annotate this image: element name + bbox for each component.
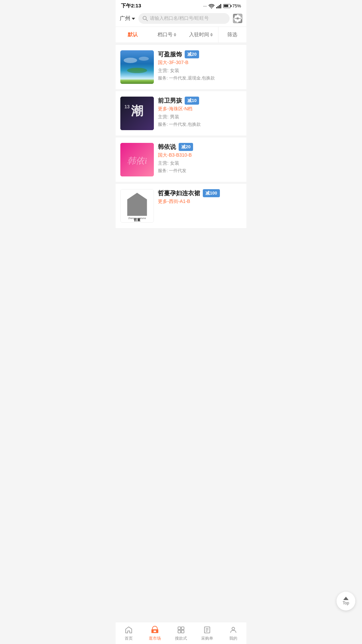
svg-text:13: 13 xyxy=(124,104,130,109)
nav-orders-label: 采购单 xyxy=(201,636,213,641)
shop-thumbnail-3: 韩依i xyxy=(120,143,154,176)
nav-search-style[interactable]: 搜款式 xyxy=(168,622,194,644)
shop-name-row-1: 可盈服饰 减20 xyxy=(158,50,242,58)
header: 广州 请输入档口名/档口号/旺旺号 xyxy=(116,10,246,27)
shop-list: 可盈服饰 减20 国大-3F-307-B 主营: 女装 服务: 一件代发,退现金… xyxy=(116,45,246,257)
shop-thumbnail-4: 哲蔓 Zheman costume xyxy=(120,189,154,223)
shop-service-2: 服务: 一件代发,包换款 xyxy=(158,121,242,127)
shop-location-4: 更多-西街-A1-B xyxy=(158,199,242,205)
nav-search-style-label: 搜款式 xyxy=(175,636,187,641)
sort-join-label: 入驻时间 xyxy=(189,32,209,38)
search-style-icon xyxy=(177,626,185,634)
sort-default[interactable]: 默认 xyxy=(116,27,150,43)
shop-main-2: 主营: 男装 xyxy=(158,114,242,120)
sort-stall-number[interactable]: 档口号 xyxy=(150,27,184,43)
nav-profile[interactable]: 我的 xyxy=(220,622,246,644)
location-selector[interactable]: 广州 xyxy=(120,15,135,22)
scan-button[interactable] xyxy=(233,14,242,23)
shop-service-1: 服务: 一件代发,退现金,包换款 xyxy=(158,75,242,81)
svg-text:潮: 潮 xyxy=(131,104,143,118)
nav-market-label: 逛市场 xyxy=(149,636,161,641)
shop-thumbnail-1 xyxy=(120,50,154,84)
shop-name-4: 哲蔓孕妇连衣裙 xyxy=(158,189,200,197)
search-icon xyxy=(142,16,148,21)
nav-profile-label: 我的 xyxy=(229,636,237,641)
sort-arrows-stall xyxy=(174,33,176,37)
battery-percent: 75% xyxy=(232,3,241,8)
market-icon xyxy=(150,626,159,634)
shop-location-1: 国大-3F-307-B xyxy=(158,60,242,66)
shop-info-4: 哲蔓孕妇连衣裙 减100 更多-西街-A1-B xyxy=(158,189,242,207)
sort-join-time[interactable]: 入驻时间 xyxy=(184,27,218,43)
discount-badge-2: 减10 xyxy=(185,97,199,105)
discount-badge-1: 减20 xyxy=(185,50,199,58)
status-time: 下午2:13 xyxy=(121,3,141,9)
svg-rect-24 xyxy=(178,627,181,630)
shop-main-1: 主营: 女装 xyxy=(158,68,242,74)
svg-rect-0 xyxy=(216,7,217,8)
signal-bars-icon xyxy=(216,4,222,8)
nav-home-label: 首页 xyxy=(125,636,133,641)
svg-rect-7 xyxy=(120,50,154,84)
svg-point-32 xyxy=(232,627,235,630)
shop-thumbnail-2: 潮 13 xyxy=(120,97,154,130)
shop-main-3: 主营: 女装 xyxy=(158,160,242,166)
nav-home[interactable]: 首页 xyxy=(116,622,142,644)
svg-rect-26 xyxy=(178,630,181,633)
orders-icon xyxy=(203,626,212,634)
sort-bar: 默认 档口号 入驻时间 筛选 xyxy=(116,27,246,43)
shop-card-1[interactable]: 可盈服饰 减20 国大-3F-307-B 主营: 女装 服务: 一件代发,退现金… xyxy=(116,45,246,89)
shop-info-1: 可盈服饰 减20 国大-3F-307-B 主营: 女装 服务: 一件代发,退现金… xyxy=(158,50,242,81)
wifi-icon xyxy=(208,4,215,8)
nav-orders[interactable]: 采购单 xyxy=(194,622,220,644)
home-icon xyxy=(124,626,133,634)
bottom-nav: 首页 逛市场 搜款式 xyxy=(116,622,246,644)
shop-card-2[interactable]: 潮 13 前卫男孩 减10 更多-海珠区-N档 主营: 男装 服务: 一件代发,… xyxy=(116,91,246,136)
svg-point-11 xyxy=(139,57,149,61)
status-bar: 下午2:13 ··· 75% xyxy=(116,0,246,10)
svg-rect-1 xyxy=(218,6,219,8)
discount-badge-3: 减20 xyxy=(179,143,193,151)
shop-card-4[interactable]: 哲蔓 Zheman costume 哲蔓孕妇连衣裙 减100 更多-西街-A1-… xyxy=(116,184,246,228)
search-placeholder: 请输入档口名/档口号/旺旺号 xyxy=(150,15,226,21)
shop-card-3[interactable]: 韩依i 韩依说 减20 国大-B3-B310-B 主营: 女装 服务: 一件代发 xyxy=(116,138,246,182)
sort-default-label: 默认 xyxy=(128,32,138,38)
filter-button[interactable]: 筛选 xyxy=(218,27,246,43)
profile-icon xyxy=(229,626,238,634)
svg-text:Zheman costume: Zheman costume xyxy=(128,217,146,219)
svg-point-10 xyxy=(124,58,137,63)
shop-name-1: 可盈服饰 xyxy=(158,50,182,58)
shop-location-3: 国大-B3-B310-B xyxy=(158,152,242,158)
svg-rect-2 xyxy=(219,5,220,8)
search-bar[interactable]: 请输入档口名/档口号/旺旺号 xyxy=(138,13,230,24)
shop-name-row-3: 韩依说 减20 xyxy=(158,143,242,151)
svg-line-5 xyxy=(146,19,148,21)
svg-point-9 xyxy=(130,68,144,71)
svg-rect-3 xyxy=(220,4,221,8)
shop-name-row-4: 哲蔓孕妇连衣裙 减100 xyxy=(158,189,242,197)
shop-info-3: 韩依说 减20 国大-B3-B310-B 主营: 女装 服务: 一件代发 xyxy=(158,143,242,174)
svg-text:韩依i: 韩依i xyxy=(127,156,147,166)
chevron-down-icon xyxy=(132,18,135,20)
shop-info-2: 前卫男孩 减10 更多-海珠区-N档 主营: 男装 服务: 一件代发,包换款 xyxy=(158,97,242,127)
scan-corners-icon xyxy=(234,14,242,22)
shop-name-row-2: 前卫男孩 减10 xyxy=(158,97,242,105)
shop-service-3: 服务: 一件代发 xyxy=(158,168,242,174)
sort-stall-label: 档口号 xyxy=(158,32,173,38)
signal-dots-icon: ··· xyxy=(203,3,207,8)
battery-icon xyxy=(223,4,231,8)
location-label: 广州 xyxy=(120,15,130,22)
discount-badge-4: 减100 xyxy=(203,189,220,197)
status-icons: ··· 75% xyxy=(203,3,241,8)
shop-name-3: 韩依说 xyxy=(158,143,176,151)
svg-rect-25 xyxy=(181,627,184,630)
nav-market[interactable]: 逛市场 xyxy=(142,622,168,644)
svg-rect-23 xyxy=(154,631,156,632)
filter-label: 筛选 xyxy=(227,32,237,38)
sort-arrows-join xyxy=(210,33,213,37)
svg-rect-27 xyxy=(181,630,184,633)
shop-location-2: 更多-海珠区-N档 xyxy=(158,106,242,112)
shop-name-2: 前卫男孩 xyxy=(158,97,182,105)
